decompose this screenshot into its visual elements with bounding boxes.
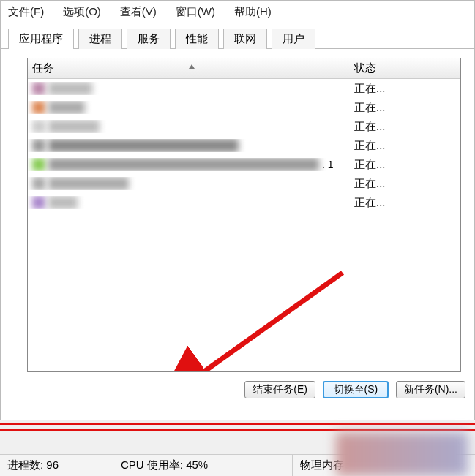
table-row[interactable]: 正在... [28,136,460,155]
menu-view[interactable]: 查看(V) [117,4,160,20]
cell-status: 正在... [348,158,460,172]
tab-processes[interactable]: 进程 [78,29,122,49]
row-suffix: . 1 [322,159,334,170]
table-row[interactable]: 正在... [28,117,460,136]
blurred-region [336,432,468,476]
column-task-label: 任务 [32,61,54,75]
table-row[interactable]: . 1 正在... [28,155,460,174]
column-header-status[interactable]: 状态 [348,58,460,78]
list-header: 任务 状态 [28,58,460,79]
table-row[interactable]: 正在... [28,174,460,193]
menu-bar: 文件(F) 选项(O) 查看(V) 窗口(W) 帮助(H) [1,1,474,23]
status-cpu: CPU 使用率: 45% [113,455,293,476]
menu-file[interactable]: 文件(F) [5,4,47,20]
menu-options[interactable]: 选项(O) [60,4,104,20]
list-body: 正在... 正在... 正在... 正在... . 1 正在... 正在... [28,79,460,371]
table-row[interactable]: 正在... [28,98,460,117]
cell-status: 正在... [348,139,460,153]
cell-status: 正在... [348,101,460,115]
applications-list-panel: 任务 状态 正在... 正在... 正在... 正在... [27,58,461,372]
svg-line-1 [189,273,343,371]
cell-status: 正在... [348,196,460,210]
tab-performance[interactable]: 性能 [175,29,219,49]
tab-networking[interactable]: 联网 [223,29,267,49]
cell-status: 正在... [348,120,460,134]
annotation-arrow-icon [160,265,364,371]
tab-bar: 应用程序 进程 服务 性能 联网 用户 [1,28,474,49]
table-row[interactable]: 正在... [28,79,460,98]
switch-to-button[interactable]: 切换至(S) [323,381,389,398]
task-manager-window: 文件(F) 选项(O) 查看(V) 窗口(W) 帮助(H) 应用程序 进程 服务… [0,0,475,420]
end-task-button[interactable]: 结束任务(E) [244,381,315,398]
new-task-button[interactable]: 新任务(N)... [396,381,465,398]
cell-status: 正在... [348,82,460,96]
cell-status: 正在... [348,177,460,191]
annotation-red-box [0,423,475,431]
menu-help[interactable]: 帮助(H) [231,4,274,20]
column-header-task[interactable]: 任务 [28,58,348,78]
column-status-label: 状态 [354,61,376,75]
tab-services[interactable]: 服务 [127,29,171,49]
menu-window[interactable]: 窗口(W) [173,4,218,20]
tab-users[interactable]: 用户 [272,29,315,49]
status-processes: 进程数: 96 [0,455,113,476]
sort-arrow-icon [189,64,195,69]
tab-applications[interactable]: 应用程序 [8,29,74,49]
button-row: 结束任务(E) 切换至(S) 新任务(N)... [1,377,474,403]
table-row[interactable]: 正在... [28,193,460,212]
